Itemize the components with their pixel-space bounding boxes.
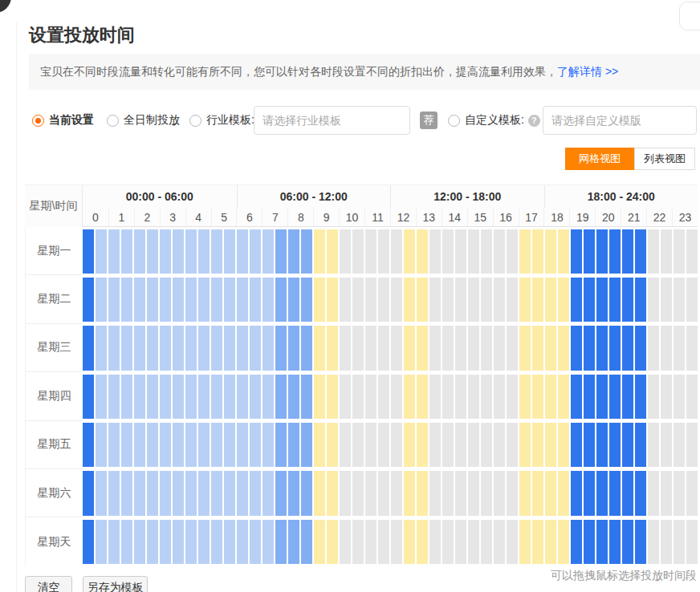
time-slot-cell[interactable] [571,375,582,419]
time-slot-cell[interactable] [442,326,454,370]
time-slot-cell[interactable] [468,229,479,274]
time-slot-cell[interactable] [224,423,235,467]
time-slot-cell[interactable] [340,375,351,419]
time-slot-cell[interactable] [173,229,184,274]
time-slot-cell[interactable] [121,229,132,274]
time-slot-cell[interactable] [83,520,94,564]
time-slot-cell[interactable] [121,423,132,467]
time-slot-cell[interactable] [584,229,595,274]
time-slot-cell[interactable] [661,229,672,274]
time-slot-cell[interactable] [185,520,197,564]
time-slot-cell[interactable] [147,326,158,370]
time-slot-cell[interactable] [609,471,621,515]
time-slot-cell[interactable] [352,229,364,274]
time-slot-cell[interactable] [545,423,556,467]
time-slot-cell[interactable] [250,326,261,370]
time-slot-cell[interactable] [352,520,364,564]
time-slot-cell[interactable] [558,520,569,564]
time-slot-cell[interactable] [596,375,608,419]
time-slot-cell[interactable] [237,520,248,564]
time-slot-cell[interactable] [404,278,415,322]
time-slot-cell[interactable] [211,520,222,564]
time-slot-cell[interactable] [108,520,120,564]
time-slot-cell[interactable] [365,375,376,419]
time-slot-cell[interactable] [224,375,235,419]
time-slot-cell[interactable] [185,471,197,515]
time-slot-cell[interactable] [378,520,389,564]
time-slot-cell[interactable] [494,471,505,515]
time-slot-cell[interactable] [185,229,197,274]
time-slot-cell[interactable] [648,471,659,515]
time-slot-cell[interactable] [674,326,685,370]
time-slot-cell[interactable] [198,471,210,515]
time-slot-cell[interactable] [211,375,222,419]
time-slot-cell[interactable] [596,471,608,515]
time-slot-cell[interactable] [121,375,132,419]
time-slot-cell[interactable] [481,375,492,419]
time-slot-cell[interactable] [250,423,261,467]
time-slot-cell[interactable] [147,229,158,274]
time-slot-cell[interactable] [622,520,633,564]
custom-template-input[interactable] [543,106,697,135]
time-slot-cell[interactable] [352,326,364,370]
time-slot-cell[interactable] [429,229,441,274]
time-slot-cell[interactable] [147,278,158,322]
time-slot-cell[interactable] [404,520,415,564]
time-slot-cell[interactable] [648,326,659,370]
time-slot-cell[interactable] [532,278,543,322]
time-slot-cell[interactable] [173,326,184,370]
list-view-button[interactable]: 列表视图 [634,148,695,170]
time-slot-cell[interactable] [648,423,659,467]
time-slot-cell[interactable] [481,229,492,274]
time-slot-cell[interactable] [519,278,531,322]
time-slot-cell[interactable] [378,375,389,419]
time-slot-cell[interactable] [584,278,595,322]
time-slot-cell[interactable] [571,326,582,370]
time-slot-cell[interactable] [275,326,287,370]
time-slot-cell[interactable] [340,520,351,564]
time-slot-cell[interactable] [558,471,569,515]
time-slot-cell[interactable] [596,520,608,564]
time-slot-cell[interactable] [378,326,389,370]
time-slot-cell[interactable] [211,423,222,467]
time-slot-cell[interactable] [442,229,454,274]
time-slot-cell[interactable] [198,375,210,419]
time-slot-cell[interactable] [481,423,492,467]
time-slot-cell[interactable] [507,471,518,515]
learn-more-link[interactable]: 了解详情 >> [557,65,618,79]
time-slot-cell[interactable] [417,423,428,467]
time-slot-cell[interactable] [494,278,505,322]
time-slot-cell[interactable] [211,229,222,274]
time-slot-cell[interactable] [198,278,210,322]
time-slot-cell[interactable] [391,423,402,467]
grid-view-button[interactable]: 网格视图 [565,148,634,170]
time-slot-cell[interactable] [661,520,672,564]
time-slot-cell[interactable] [262,520,274,564]
time-slot-cell[interactable] [83,471,94,515]
time-slot-cell[interactable] [622,471,633,515]
time-slot-cell[interactable] [391,229,402,274]
time-slot-cell[interactable] [340,471,351,515]
time-slot-cell[interactable] [314,423,325,467]
time-slot-cell[interactable] [661,423,672,467]
time-slot-cell[interactable] [134,229,145,274]
time-slot-cell[interactable] [378,471,389,515]
time-slot-cell[interactable] [584,326,595,370]
time-slot-cell[interactable] [173,423,184,467]
time-slot-cell[interactable] [301,423,312,467]
time-slot-cell[interactable] [519,423,531,467]
time-slot-cell[interactable] [173,471,184,515]
time-slot-cell[interactable] [314,471,325,515]
help-question-icon[interactable]: ? [528,115,540,127]
time-slot-cell[interactable] [545,471,556,515]
time-slot-cell[interactable] [301,229,312,274]
time-slot-cell[interactable] [96,229,107,274]
time-slot-cell[interactable] [108,423,120,467]
time-slot-cell[interactable] [237,471,248,515]
time-slot-cell[interactable] [275,520,287,564]
time-slot-cell[interactable] [468,375,479,419]
time-slot-cell[interactable] [686,375,698,419]
time-slot-cell[interactable] [224,278,235,322]
time-slot-cell[interactable] [494,326,505,370]
time-slot-cell[interactable] [455,326,466,370]
